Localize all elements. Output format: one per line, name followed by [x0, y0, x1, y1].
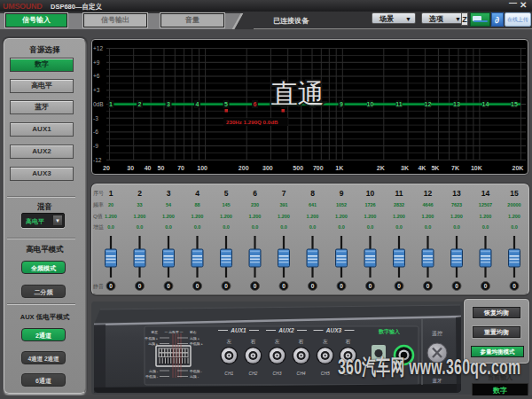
svg-text:右: 右 — [299, 339, 304, 344]
svg-text:5: 5 — [224, 189, 229, 198]
svg-text:12507: 12507 — [479, 202, 492, 207]
svg-text:AUX1: AUX1 — [230, 327, 246, 333]
svg-text:+12: +12 — [93, 45, 103, 51]
svg-text:0.0: 0.0 — [137, 224, 144, 230]
svg-text:4K: 4K — [418, 165, 426, 171]
svg-text:5: 5 — [224, 101, 228, 107]
svg-text:1.200: 1.200 — [220, 214, 232, 219]
svg-text:数字输入: 数字输入 — [378, 328, 401, 335]
svg-text:20: 20 — [108, 202, 113, 207]
svg-text:左: 左 — [227, 339, 232, 344]
svg-text:静音: 静音 — [93, 283, 104, 290]
svg-text:-12: -12 — [93, 157, 102, 163]
svg-text:15: 15 — [510, 189, 519, 198]
svg-text:0.0: 0.0 — [453, 224, 460, 230]
svg-text:左: 左 — [323, 339, 328, 344]
svg-text:33: 33 — [137, 202, 142, 207]
svg-text:1.200: 1.200 — [249, 214, 262, 219]
svg-text:100: 100 — [197, 165, 207, 171]
svg-text:7623: 7623 — [451, 202, 462, 207]
svg-text:54: 54 — [166, 202, 172, 207]
svg-text:0: 0 — [282, 283, 286, 289]
svg-text:4: 4 — [196, 101, 200, 107]
svg-text:中低频 +: 中低频 + — [190, 341, 203, 346]
svg-text:0.0: 0.0 — [395, 224, 403, 230]
svg-text:1.200: 1.200 — [192, 214, 204, 219]
svg-text:500: 500 — [293, 165, 303, 171]
svg-text:15: 15 — [511, 101, 518, 107]
svg-text:145: 145 — [222, 202, 230, 207]
svg-text:7K: 7K — [451, 165, 459, 171]
svg-text:641: 641 — [309, 202, 317, 207]
svg-text:0.0: 0.0 — [425, 224, 432, 230]
svg-text:1: 1 — [109, 189, 113, 198]
svg-text:20000: 20000 — [507, 202, 520, 207]
svg-text:0: 0 — [512, 283, 516, 289]
svg-text:10K: 10K — [471, 165, 482, 171]
svg-text:4646: 4646 — [422, 202, 433, 207]
svg-text:0.0: 0.0 — [482, 224, 489, 230]
svg-text:1.200: 1.200 — [335, 214, 348, 219]
svg-text:12: 12 — [425, 101, 432, 107]
svg-text:序号: 序号 — [93, 190, 104, 196]
svg-text:8: 8 — [310, 189, 315, 198]
svg-text:0.0: 0.0 — [367, 224, 374, 230]
svg-text:1K: 1K — [335, 165, 343, 171]
svg-text:0: 0 — [311, 283, 315, 289]
svg-text:-9: -9 — [93, 143, 98, 149]
svg-text:一 高电平 一: 一 高电平 一 — [164, 330, 183, 334]
svg-text:1.200: 1.200 — [134, 214, 146, 219]
svg-text:-6: -6 — [93, 129, 98, 135]
svg-text:遥控: 遥控 — [432, 330, 442, 337]
svg-text:右: 右 — [346, 339, 351, 344]
svg-text:7: 7 — [282, 189, 286, 198]
svg-text:0.0: 0.0 — [165, 224, 172, 230]
svg-text:1.200: 1.200 — [307, 214, 319, 219]
svg-text:300: 300 — [262, 165, 273, 171]
svg-text:0.0: 0.0 — [252, 224, 259, 230]
svg-text:高频 -: 高频 - — [149, 369, 159, 373]
svg-text:2: 2 — [138, 101, 142, 107]
svg-text:0.0: 0.0 — [223, 224, 230, 230]
svg-text:0dB: 0dB — [93, 101, 104, 107]
svg-text:20K: 20K — [512, 165, 524, 171]
svg-text:AUX2: AUX2 — [278, 327, 294, 333]
svg-text:0: 0 — [484, 283, 488, 289]
svg-text:2832: 2832 — [394, 202, 404, 207]
svg-text:增益: 增益 — [93, 224, 104, 231]
svg-text:CH2: CH2 — [248, 371, 257, 376]
svg-text:14: 14 — [482, 101, 489, 107]
svg-text:10: 10 — [366, 189, 375, 198]
svg-text:+9: +9 — [93, 59, 100, 66]
svg-text:5K: 5K — [431, 165, 439, 171]
svg-text:70: 70 — [177, 165, 184, 171]
svg-text:0: 0 — [138, 283, 142, 289]
svg-text:9: 9 — [340, 101, 343, 107]
svg-text:1726: 1726 — [364, 202, 375, 207]
svg-text:0: 0 — [167, 283, 170, 289]
svg-text:230Hz 1.290Q 0.0dB: 230Hz 1.290Q 0.0dB — [226, 119, 278, 125]
svg-text:13: 13 — [452, 189, 461, 198]
svg-text:0.0: 0.0 — [511, 224, 518, 230]
svg-text:40: 40 — [145, 165, 152, 171]
svg-text:中低频 +: 中低频 + — [145, 336, 158, 340]
svg-text:2: 2 — [137, 189, 142, 198]
svg-text:0: 0 — [254, 283, 257, 289]
svg-text:1.200: 1.200 — [393, 214, 405, 219]
svg-text:4: 4 — [195, 189, 200, 198]
svg-text:0: 0 — [369, 283, 372, 289]
svg-text:1.200: 1.200 — [364, 214, 377, 219]
svg-text:0.0: 0.0 — [338, 224, 345, 230]
svg-text:1.200: 1.200 — [480, 214, 492, 219]
svg-text:+3: +3 — [93, 87, 100, 93]
svg-text:700: 700 — [313, 165, 324, 171]
svg-text:CH5: CH5 — [321, 371, 330, 376]
svg-text:1: 1 — [109, 101, 113, 107]
svg-text:0: 0 — [224, 283, 228, 289]
svg-text:Q值: Q值 — [93, 214, 103, 219]
svg-text:11: 11 — [395, 101, 403, 107]
svg-text:1.200: 1.200 — [105, 214, 117, 219]
svg-text:14: 14 — [481, 189, 490, 198]
svg-text:20: 20 — [103, 165, 110, 171]
svg-text:50: 50 — [158, 165, 165, 171]
